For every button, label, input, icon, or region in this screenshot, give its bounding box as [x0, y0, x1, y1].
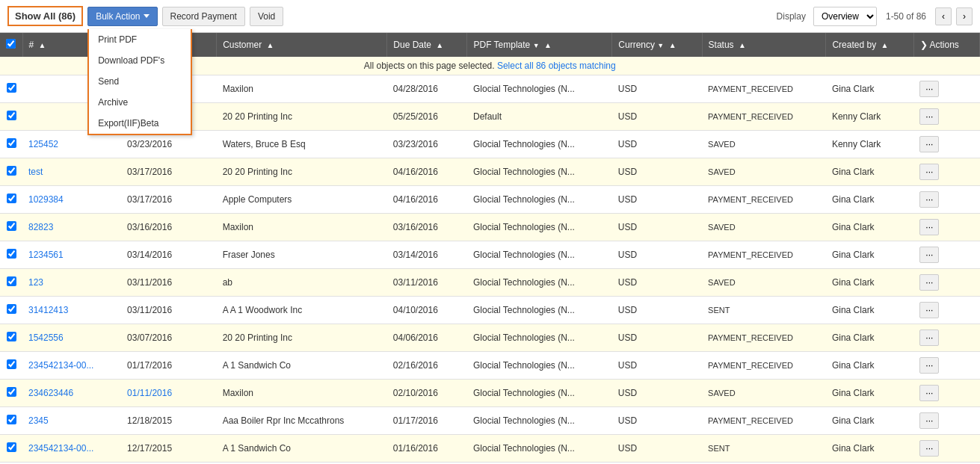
invoice-link[interactable]: 234542134-00...	[28, 360, 93, 371]
row-created-by: Kenny Clark	[826, 103, 913, 131]
invoice-link[interactable]: test	[28, 167, 43, 177]
row-checkbox[interactable]	[7, 111, 16, 120]
row-created-by: Gina Clark	[826, 352, 913, 380]
row-actions-button[interactable]: ···	[919, 81, 939, 97]
row-customer: Maxilon	[217, 214, 387, 241]
row-actions-button[interactable]: ···	[919, 274, 939, 291]
row-actions-button[interactable]: ···	[919, 219, 939, 235]
pagination-info: 1-50 of 86	[886, 11, 926, 22]
row-status: SAVED	[702, 131, 826, 158]
row-checkbox[interactable]	[7, 276, 16, 286]
row-checkbox[interactable]	[7, 359, 16, 369]
display-select[interactable]: Overview	[813, 7, 877, 26]
row-customer: 20 20 Printing Inc	[217, 158, 387, 186]
table-row: 234512/18/2015Aaa Boiler Rpr Inc Mccathr…	[0, 407, 980, 435]
row-id: 1234561	[22, 241, 121, 269]
row-created-by: Gina Clark	[826, 241, 913, 269]
row-checkbox-cell	[0, 297, 22, 324]
row-actions-button[interactable]: ···	[919, 302, 939, 318]
invoice-date-link[interactable]: 01/11/2016	[127, 388, 172, 398]
row-id: 123	[22, 269, 121, 297]
bulk-action-button[interactable]: Bulk Action	[87, 7, 157, 26]
row-checkbox[interactable]	[7, 138, 16, 148]
col-created-by: Created by ▲	[826, 33, 913, 57]
row-id: 234542134-00...	[22, 435, 121, 463]
select-all-link[interactable]: Select all 86 objects matching	[497, 61, 616, 71]
row-due-date: 04/28/2016	[387, 75, 467, 103]
row-invoice-date: 12/18/2015	[121, 407, 217, 435]
invoice-link[interactable]: 123	[28, 277, 43, 288]
row-pdf-template: Glocial Technologies (N...	[467, 324, 612, 352]
invoice-link[interactable]: 1029384	[28, 194, 64, 205]
dropdown-item[interactable]: Download PDF's	[89, 50, 191, 71]
row-actions-button[interactable]: ···	[919, 440, 939, 457]
col-due-date: Due Date ▲	[387, 33, 467, 57]
top-bar: Show All (86) Bulk Action Print PDFDownl…	[0, 0, 980, 33]
pagination-prev-button[interactable]: ‹	[935, 7, 952, 25]
dropdown-item[interactable]: Export(IIF)Beta	[89, 113, 191, 134]
row-actions-button[interactable]: ···	[919, 108, 939, 125]
row-due-date: 04/06/2016	[387, 324, 467, 352]
invoice-link[interactable]: 1234561	[28, 250, 64, 260]
row-invoice-date: 03/17/2016	[121, 158, 217, 186]
row-checkbox[interactable]	[7, 249, 16, 259]
row-pdf-template: Glocial Technologies (N...	[467, 407, 612, 435]
row-created-by: Gina Clark	[826, 186, 913, 214]
invoice-link[interactable]: 125452	[28, 139, 58, 149]
table-row: 3141241303/11/2016A A 1 Woodwork Inc04/1…	[0, 297, 980, 324]
row-checkbox[interactable]	[7, 166, 16, 176]
row-checkbox[interactable]	[7, 194, 16, 203]
row-currency: USD	[612, 75, 702, 103]
record-payment-button[interactable]: Record Payment	[162, 7, 245, 26]
row-customer: Waters, Bruce B Esq	[217, 131, 387, 158]
row-actions-cell: ···	[913, 352, 979, 380]
row-checkbox-cell	[0, 324, 22, 352]
dropdown-item[interactable]: Send	[89, 71, 191, 92]
row-actions-button[interactable]: ···	[919, 385, 939, 401]
row-created-by: Gina Clark	[826, 269, 913, 297]
table-row: 154255603/07/201620 20 Printing Inc04/06…	[0, 324, 980, 352]
row-checkbox[interactable]	[7, 415, 16, 424]
row-actions-cell: ···	[913, 131, 979, 158]
row-status: PAYMENT_RECEIVED	[702, 241, 826, 269]
col-pdf-template: PDF Template ▼ ▲	[467, 33, 612, 57]
row-checkbox-cell	[0, 269, 22, 297]
void-button[interactable]: Void	[250, 7, 283, 26]
row-checkbox-cell	[0, 380, 22, 407]
row-invoice-date: 12/17/2015	[121, 435, 217, 463]
row-checkbox[interactable]	[7, 83, 16, 93]
row-id: 2345	[22, 407, 121, 435]
row-actions-button[interactable]: ···	[919, 330, 939, 346]
row-due-date: 04/16/2016	[387, 158, 467, 186]
invoice-link[interactable]: 234542134-00...	[28, 443, 93, 454]
dropdown-item[interactable]: Print PDF	[89, 29, 191, 50]
row-actions-button[interactable]: ···	[919, 136, 939, 152]
invoice-link[interactable]: 234623446	[28, 388, 73, 398]
invoice-link[interactable]: 1542556	[28, 332, 64, 343]
row-currency: USD	[612, 103, 702, 131]
invoice-link[interactable]: 2345	[28, 415, 49, 426]
row-checkbox[interactable]	[7, 332, 16, 341]
row-created-by: Gina Clark	[826, 297, 913, 324]
row-checkbox[interactable]	[7, 387, 16, 397]
row-actions-button[interactable]: ···	[919, 412, 939, 429]
row-currency: USD	[612, 297, 702, 324]
row-checkbox[interactable]	[7, 221, 16, 231]
invoice-link[interactable]: 82823	[28, 222, 53, 232]
select-all-checkbox[interactable]	[6, 39, 16, 49]
row-checkbox-cell	[0, 186, 22, 214]
table-row: 102938403/17/2016Apple Computers04/16/20…	[0, 186, 980, 214]
col-currency: Currency ▼ ▲	[612, 33, 702, 57]
row-actions-button[interactable]: ···	[919, 191, 939, 208]
pagination-next-button[interactable]: ›	[956, 7, 973, 25]
row-checkbox-cell	[0, 214, 22, 241]
row-checkbox[interactable]	[7, 442, 16, 452]
row-checkbox[interactable]	[7, 304, 16, 314]
dropdown-item[interactable]: Archive	[89, 92, 191, 113]
row-invoice-date: 03/16/2016	[121, 214, 217, 241]
row-actions-button[interactable]: ···	[919, 247, 939, 263]
row-actions-cell: ···	[913, 241, 979, 269]
row-actions-button[interactable]: ···	[919, 164, 939, 180]
row-actions-button[interactable]: ···	[919, 357, 939, 374]
invoice-link[interactable]: 31412413	[28, 305, 68, 315]
